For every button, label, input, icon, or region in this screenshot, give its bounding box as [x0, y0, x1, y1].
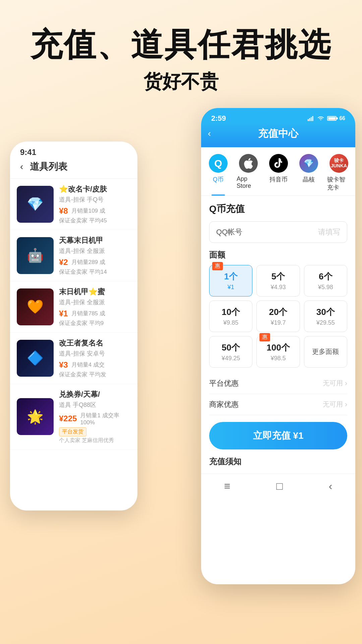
denom-badge: 惠: [259, 333, 270, 341]
denomination-title: 面额: [209, 250, 347, 260]
item-image: 🌟: [17, 398, 54, 435]
item-price: ¥225: [59, 414, 77, 423]
denom-price: ¥5.98: [308, 284, 343, 291]
apple-logo-icon: [244, 158, 253, 169]
denom-cell-7[interactable]: 50个 ¥49.25: [209, 336, 252, 368]
item-image: 🔷: [17, 340, 54, 377]
tab-crystal-label: 晶核: [303, 175, 315, 183]
denom-count: 5个: [261, 271, 295, 282]
account-input-row[interactable]: QQ帐号 请填写: [209, 221, 347, 243]
nav-home-icon[interactable]: □: [276, 480, 283, 492]
denom-cell-more[interactable]: 更多面额: [304, 336, 347, 368]
list-item[interactable]: 🔷 改王者复名名 道具-担保 安卓号 ¥3 月销量4 成交 保证金卖家 平均发: [10, 333, 137, 384]
denom-cell-2[interactable]: 5个 ¥4.93: [256, 265, 300, 297]
item-price: ¥3: [59, 360, 68, 370]
tab-tiktok-label: 抖音币: [269, 175, 288, 183]
tab-tiktok[interactable]: 抖音币: [267, 154, 290, 196]
denom-count: 20个: [261, 306, 295, 318]
right-header: ‹ 充值中心: [201, 123, 355, 147]
denom-price: ¥4.93: [261, 284, 295, 291]
left-back-button[interactable]: ‹: [20, 161, 23, 172]
tab-junka-label: 骏卡智充卡: [327, 175, 351, 192]
denom-badge: 惠: [212, 262, 223, 270]
list-item[interactable]: 🌟 兑换券/天幕/ 道具 手Q88区 ¥225 月销量1 成交率100% 平台发…: [10, 384, 137, 450]
tab-bar: Q Q币 App Store 抖音币: [201, 147, 355, 196]
tiktok-logo-icon: [274, 158, 283, 169]
battery-icon: [327, 116, 337, 121]
item-list: 💎 ⭐改名卡/皮肤 道具-担保 手Q号 ¥8 月销量109 成 保证金卖家 平均…: [10, 179, 137, 450]
denom-count: 100个: [261, 342, 295, 354]
item-emoji: 🌟: [27, 409, 44, 425]
recharge-title: Q币充值: [209, 203, 347, 215]
right-back-button[interactable]: ‹: [208, 128, 211, 139]
left-status-bar: 9:41: [10, 142, 137, 160]
phone-right: 2:59 66 ‹: [201, 108, 355, 584]
hero-subtitle: 货好不贵: [13, 69, 349, 95]
item-sales: 月销量289 成: [71, 258, 105, 266]
phones-container: 9:41 ‹ 道具列表 💎 ⭐改名卡/皮肤 道具-担保 手Q号 ¥8 月销量10…: [0, 108, 362, 618]
tab-apple[interactable]: App Store: [237, 154, 260, 196]
item-price-row: ¥8 月销量109 成: [59, 206, 131, 216]
platform-discount-value: 无可用: [323, 379, 347, 388]
right-header-title: 充值中心: [258, 127, 298, 141]
item-sales: 月销量785 成: [71, 310, 105, 317]
nav-menu-icon[interactable]: ≡: [224, 480, 231, 492]
nav-back-icon[interactable]: ‹: [329, 480, 333, 492]
signal-icon: [308, 116, 314, 121]
list-item[interactable]: 🤖 天幕末日机甲 道具-担保 全服派 ¥2 月销量289 成 保证金卖家 平均1…: [10, 230, 137, 281]
denom-cell-5[interactable]: 20个 ¥19.7: [256, 301, 300, 332]
denom-cell-4[interactable]: 10个 ¥9.85: [209, 301, 252, 332]
item-name: 改王者复名名: [59, 338, 131, 348]
denom-cell-1[interactable]: 惠 1个 ¥1: [209, 265, 252, 297]
list-item[interactable]: 💎 ⭐改名卡/皮肤 道具-担保 手Q号 ¥8 月销量109 成 保证金卖家 平均…: [10, 179, 137, 230]
status-icons: 66: [308, 115, 345, 121]
junka-tab-icon: 骏卡JUNKA: [329, 154, 348, 173]
item-sales: 月销量4 成交: [71, 361, 105, 369]
item-sales: 月销量109 成: [71, 207, 105, 215]
item-tag: 道具-担保 手Q号: [59, 196, 131, 204]
platform-discount-row[interactable]: 平台优惠 无可用: [209, 373, 347, 394]
item-name: 末日机甲⭐蜜: [59, 287, 131, 297]
item-emoji: 🧡: [27, 299, 44, 315]
qq-tab-icon: Q: [209, 154, 228, 173]
denom-cell-6[interactable]: 30个 ¥29.55: [304, 301, 347, 332]
item-price-row: ¥1 月销量785 成: [59, 309, 131, 318]
item-tag: 道具 手Q88区: [59, 401, 131, 409]
merchant-discount-row[interactable]: 商家优惠 无可用: [209, 394, 347, 415]
item-guarantee: 保证金卖家 平均45: [59, 217, 131, 224]
charge-button[interactable]: 立即充值 ¥1: [209, 422, 347, 449]
item-price: ¥1: [59, 309, 68, 318]
denomination-grid: 惠 1个 ¥1 5个 ¥4.93 6个 ¥5.98 10个 ¥9.85: [209, 265, 347, 368]
tab-junka[interactable]: 骏卡JUNKA 骏卡智充卡: [327, 154, 351, 196]
item-name: ⭐改名卡/皮肤: [59, 184, 131, 194]
item-emoji: 💎: [27, 196, 44, 212]
tab-apple-label: App Store: [237, 175, 260, 190]
left-header: ‹ 道具列表: [10, 160, 137, 179]
battery-label: 66: [339, 115, 345, 121]
phone-left: 9:41 ‹ 道具列表 💎 ⭐改名卡/皮肤 道具-担保 手Q号 ¥8 月销量10…: [10, 142, 137, 511]
item-guarantee: 保证金卖家 平均发: [59, 371, 131, 378]
denom-cell-8[interactable]: 惠 100个 ¥98.5: [256, 336, 300, 368]
item-image: 🧡: [17, 288, 54, 325]
denom-price: ¥98.5: [261, 355, 295, 362]
right-time: 2:59: [211, 114, 226, 123]
denom-price: ¥19.7: [261, 319, 295, 326]
item-price: ¥2: [59, 258, 68, 267]
denom-price: ¥1: [214, 284, 248, 291]
item-sales: 月销量1 成交率100%: [80, 412, 131, 426]
tab-qq[interactable]: Q Q币: [206, 154, 230, 196]
tab-crystal[interactable]: 💎 晶核: [297, 154, 320, 196]
item-info: 天幕末日机甲 道具-担保 全服派 ¥2 月销量289 成 保证金卖家 平均14: [59, 235, 131, 276]
item-price-row: ¥2 月销量289 成: [59, 258, 131, 267]
item-tag: 道具-担保 全服派: [59, 298, 131, 306]
item-tag: 道具-担保 安卓号: [59, 350, 131, 358]
left-header-title: 道具列表: [30, 160, 67, 173]
svg-rect-0: [308, 119, 309, 121]
wifi-icon: [317, 116, 324, 121]
recharge-content: Q币充值 QQ帐号 请填写 面额 惠 1个 ¥1 5个 ¥4.93 6个: [201, 196, 355, 474]
denom-count: 6个: [308, 271, 343, 282]
svg-rect-2: [311, 117, 312, 121]
denom-cell-3[interactable]: 6个 ¥5.98: [304, 265, 347, 297]
list-item[interactable]: 🧡 末日机甲⭐蜜 道具-担保 全服派 ¥1 月销量785 成 保证金卖家 平均9: [10, 281, 137, 333]
item-emoji: 🤖: [27, 248, 44, 263]
